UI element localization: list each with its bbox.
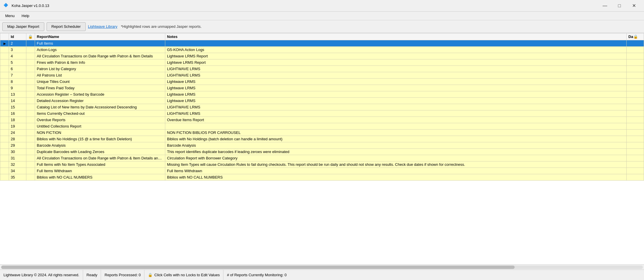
row-report-name[interactable]: Accession Register – Sorted by Barcode (35, 91, 165, 98)
ready-text: Ready (87, 273, 98, 277)
row-report-name[interactable]: Full Items Withdrawn (35, 168, 165, 174)
row-arrow-cell (0, 130, 9, 136)
row-data (627, 79, 644, 85)
row-notes: Lightwave LRMS (165, 85, 627, 91)
row-report-name[interactable]: Full Items (35, 40, 165, 47)
map-jasper-report-button[interactable]: Map Jasper Report (2, 22, 44, 31)
row-notes: NON FICTION BIBLIOS FOR CARROUSEL (165, 130, 627, 136)
scroll-thumb[interactable] (1, 266, 515, 269)
row-data (627, 117, 644, 123)
row-id: 2 (9, 40, 26, 47)
row-id: 5 (9, 59, 26, 66)
row-report-name[interactable]: Total Fines Paid Today (35, 85, 165, 91)
table-row[interactable]: 28Biblios with No Holdings (15 @ a time … (0, 136, 644, 142)
col-header-id[interactable]: Id (9, 33, 26, 40)
menu-menu[interactable]: Menu (2, 12, 18, 19)
table-row[interactable]: 9Total Fines Paid TodayLightwave LRMS (0, 85, 644, 91)
row-id: 3 (9, 47, 26, 53)
row-id: 16 (9, 110, 26, 117)
row-report-name[interactable]: Patron List by Category (35, 66, 165, 72)
table-row[interactable]: 31All Circulation Transactions on Date R… (0, 155, 644, 161)
report-scheduler-button[interactable]: Report Scheduler (47, 22, 86, 31)
row-arrow-cell (0, 79, 9, 85)
table-row[interactable]: 7All Patrons ListLIGHTWAVE LRMS (0, 72, 644, 79)
table-row[interactable]: 6Patron List by CategoryLIGHTWAVE LRMS (0, 66, 644, 72)
minimize-button[interactable]: — (598, 1, 612, 10)
table-row[interactable]: ▶2Full Items (0, 40, 644, 47)
row-data (627, 53, 644, 59)
row-arrow-cell (0, 85, 9, 91)
table-row[interactable]: 29Barcode AnalysisBarcode Analysis (0, 142, 644, 149)
row-report-name[interactable]: Catalog List of New Items by Date Access… (35, 104, 165, 110)
close-button[interactable]: ✕ (627, 1, 641, 10)
row-id: 24 (9, 130, 26, 136)
col-header-report-name[interactable]: ReportName (35, 33, 165, 40)
row-data (627, 168, 644, 174)
table-row[interactable]: 8Unique Titles CountLightwave LRMS (0, 79, 644, 85)
table-row[interactable]: 14Detailed Accession RegisterLightwave L… (0, 98, 644, 104)
row-data (627, 110, 644, 117)
row-report-name[interactable]: Biblios with No Holdings (15 @ a time fo… (35, 136, 165, 142)
row-lock (26, 59, 35, 66)
row-report-name[interactable]: All Patrons List (35, 72, 165, 79)
row-report-name[interactable]: Barcode Analysis (35, 142, 165, 149)
row-report-name[interactable]: All Circulation Transactions on Date Ran… (35, 155, 165, 161)
row-report-name[interactable]: Full Items with No Item Types Associated (35, 161, 165, 168)
maximize-button[interactable]: □ (613, 1, 626, 10)
row-report-name[interactable]: Unique Titles Count (35, 79, 165, 85)
row-arrow-cell (0, 98, 9, 104)
table-row[interactable]: 5Fines with Patron & Item InfoLightwve L… (0, 59, 644, 66)
row-report-name[interactable]: Detailed Accession Register (35, 98, 165, 104)
row-arrow-cell (0, 117, 9, 123)
col-header-notes[interactable]: Notes (165, 33, 627, 40)
row-arrow-cell (0, 72, 9, 79)
row-report-name[interactable]: Fines with Patron & Item Info (35, 59, 165, 66)
row-lock (26, 79, 35, 85)
row-report-name[interactable]: Action-Logs (35, 47, 165, 53)
row-report-name[interactable]: NON FICTION (35, 130, 165, 136)
table-row[interactable]: 35Biblios with NO CALL NUMBERSBiblios wi… (0, 174, 644, 181)
table-row[interactable]: 16Items Currently Checked-outLIGHTWAVE L… (0, 110, 644, 117)
row-arrow-cell (0, 110, 9, 117)
row-notes: LIGHTWAVE LRMS (165, 72, 627, 79)
row-id: 4 (9, 53, 26, 59)
row-arrow-cell (0, 174, 9, 181)
row-id: 19 (9, 123, 26, 130)
lock-icon: 🔒 (148, 273, 153, 277)
row-data (627, 136, 644, 142)
table-row[interactable]: 3Action-LogsG5-KOHA Action Logs (0, 47, 644, 53)
title-bar-left: 🔷 Koha Jasper v1.0.0.13 (3, 3, 49, 9)
menu-help[interactable]: Help (19, 12, 32, 19)
lightwave-library-link[interactable]: Lightwave Library (88, 24, 118, 29)
row-report-name[interactable]: Overdue Reports (35, 117, 165, 123)
toolbar: Map Jasper Report Report Scheduler Light… (0, 20, 644, 33)
table-row[interactable]: 30Duplicate Barcodes with Leading Zeroes… (0, 149, 644, 155)
scroll-track[interactable] (1, 266, 643, 269)
table-row[interactable]: 32Full Items with No Item Types Associat… (0, 161, 644, 168)
table-row[interactable]: 15Catalog List of New Items by Date Acce… (0, 104, 644, 110)
row-data (627, 85, 644, 91)
table-row[interactable]: 24NON FICTIONNON FICTION BIBLIOS FOR CAR… (0, 130, 644, 136)
row-report-name[interactable]: Items Currently Checked-out (35, 110, 165, 117)
col-header-data[interactable]: Da🔒 (627, 33, 644, 40)
row-id: 15 (9, 104, 26, 110)
table-row[interactable]: 18Overdue ReportsOverdue Items Report (0, 117, 644, 123)
table-row[interactable]: 19Untitled Collections Report (0, 123, 644, 130)
row-report-name[interactable]: Duplicate Barcodes with Leading Zeroes (35, 149, 165, 155)
horizontal-scrollbar[interactable] (0, 264, 644, 270)
table-row[interactable]: 34Full Items WithdrawnFull Items Withdra… (0, 168, 644, 174)
table-row[interactable]: 13Accession Register – Sorted by Barcode… (0, 91, 644, 98)
row-report-name[interactable]: All Circulation Transactions on Date Ran… (35, 53, 165, 59)
row-id: 6 (9, 66, 26, 72)
row-report-name[interactable]: Untitled Collections Report (35, 123, 165, 130)
row-arrow-cell (0, 47, 9, 53)
row-arrow-cell (0, 155, 9, 161)
row-data (627, 104, 644, 110)
row-id: 31 (9, 155, 26, 161)
row-arrow-cell (0, 149, 9, 155)
row-arrow-cell (0, 66, 9, 72)
row-lock (26, 161, 35, 168)
table-row[interactable]: 4All Circulation Transactions on Date Ra… (0, 53, 644, 59)
row-notes: Full Items Withdrawn (165, 168, 627, 174)
row-report-name[interactable]: Biblios with NO CALL NUMBERS (35, 174, 165, 181)
